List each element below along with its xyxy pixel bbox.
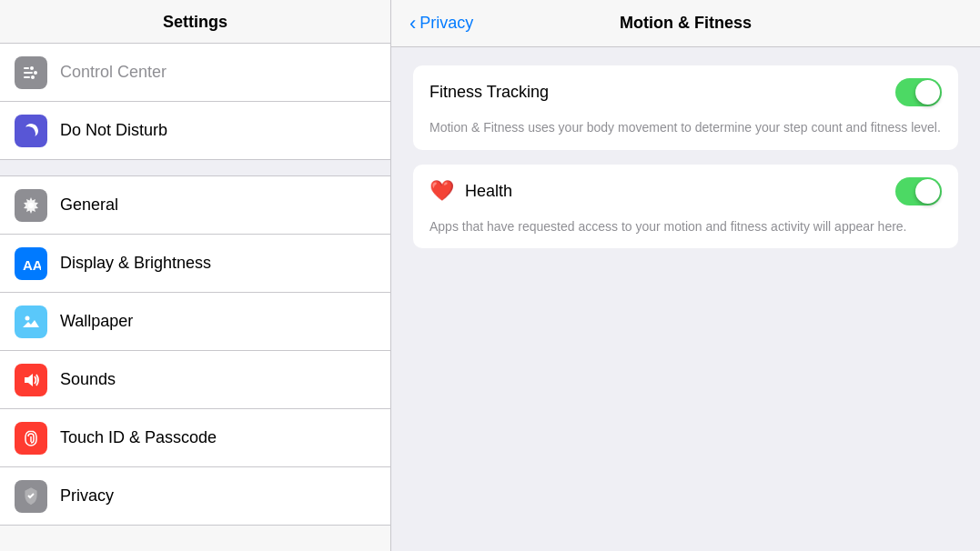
toggle-knob xyxy=(915,80,940,105)
back-label: Privacy xyxy=(419,14,473,33)
sidebar-section-divider xyxy=(0,160,390,176)
health-heart-icon: ❤️ xyxy=(429,179,454,203)
svg-rect-2 xyxy=(24,76,30,78)
fitness-tracking-row: Fitness Tracking xyxy=(413,65,958,119)
health-row: ❤️ Health xyxy=(413,165,958,218)
display-brightness-icon: AA xyxy=(15,247,47,280)
sidebar-title: Settings xyxy=(163,13,227,31)
sidebar-item-sounds[interactable]: Sounds xyxy=(0,351,390,409)
sidebar-item-control-center[interactable]: Control Center xyxy=(0,44,390,102)
do-not-disturb-icon xyxy=(15,115,47,147)
sidebar-list: Control Center Do Not Disturb General xyxy=(0,44,390,551)
svg-point-5 xyxy=(31,75,35,79)
sidebar-item-touch-id[interactable]: Touch ID & Passcode xyxy=(0,409,390,467)
sidebar-item-do-not-disturb[interactable]: Do Not Disturb xyxy=(0,102,390,160)
sidebar-header: Settings xyxy=(0,0,390,44)
touch-id-icon xyxy=(15,422,47,455)
privacy-icon xyxy=(15,480,47,513)
sidebar-item-wallpaper[interactable]: Wallpaper xyxy=(0,293,390,351)
wallpaper-icon xyxy=(15,306,47,338)
back-chevron-icon: ‹ xyxy=(409,14,416,34)
svg-point-3 xyxy=(30,66,34,70)
fitness-tracking-label: Fitness Tracking xyxy=(429,83,895,102)
health-description: Apps that have requested access to your … xyxy=(413,218,958,249)
sidebar-item-display-brightness[interactable]: AA Display & Brightness xyxy=(0,235,390,293)
wallpaper-label: Wallpaper xyxy=(60,312,133,331)
sidebar: Settings Control Center xyxy=(0,0,391,551)
health-label: Health xyxy=(465,182,895,201)
fitness-tracking-card: Fitness Tracking Motion & Fitness uses y… xyxy=(413,65,958,150)
sounds-icon xyxy=(15,364,47,396)
sidebar-item-privacy[interactable]: Privacy xyxy=(0,467,390,526)
svg-rect-0 xyxy=(24,67,29,69)
sidebar-item-general[interactable]: General xyxy=(0,176,390,235)
health-card: ❤️ Health Apps that have requested acces… xyxy=(413,165,958,249)
back-button[interactable]: ‹ Privacy xyxy=(409,14,473,34)
main-panel: ‹ Privacy Motion & Fitness Fitness Track… xyxy=(391,0,980,551)
privacy-label: Privacy xyxy=(60,486,114,506)
touch-id-label: Touch ID & Passcode xyxy=(60,428,217,447)
sounds-label: Sounds xyxy=(60,370,116,389)
fitness-tracking-description: Motion & Fitness uses your body movement… xyxy=(413,119,958,150)
svg-marker-9 xyxy=(25,374,33,386)
svg-text:AA: AA xyxy=(23,257,41,273)
health-toggle-knob xyxy=(915,179,940,204)
health-toggle[interactable] xyxy=(895,177,942,205)
control-center-icon xyxy=(15,56,47,89)
main-content: Fitness Tracking Motion & Fitness uses y… xyxy=(391,47,980,551)
general-label: General xyxy=(60,195,118,215)
general-icon xyxy=(15,189,47,222)
svg-point-8 xyxy=(25,316,30,320)
svg-rect-1 xyxy=(24,72,33,74)
main-title: Motion & Fitness xyxy=(620,14,752,33)
fitness-tracking-toggle[interactable] xyxy=(895,78,942,106)
do-not-disturb-label: Do Not Disturb xyxy=(60,121,167,140)
display-brightness-label: Display & Brightness xyxy=(60,254,211,273)
svg-point-4 xyxy=(34,71,37,75)
control-center-label: Control Center xyxy=(60,63,167,82)
main-header: ‹ Privacy Motion & Fitness xyxy=(391,0,980,47)
